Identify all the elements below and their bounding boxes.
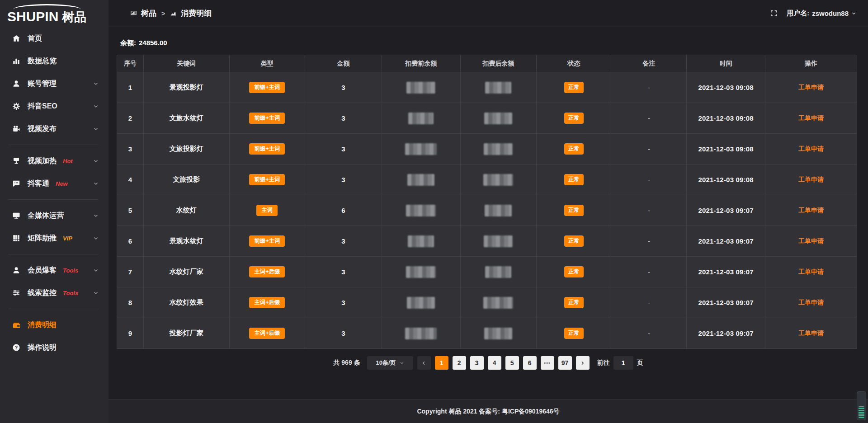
- status-badge: 正常: [564, 82, 584, 93]
- fullscreen-icon[interactable]: [770, 9, 778, 17]
- ticket-request-link[interactable]: 工单申请: [798, 268, 824, 275]
- cell-index: 7: [117, 257, 144, 287]
- cell-action: 工单申请: [765, 134, 857, 164]
- sidebar-item-user[interactable]: 账号管理: [0, 72, 108, 95]
- cell-amount: 3: [305, 164, 382, 195]
- breadcrumb-current: 消费明细: [181, 8, 212, 19]
- sidebar-item-grid[interactable]: 矩阵助推VIP: [0, 227, 108, 249]
- sidebar-item-label: 数据总览: [28, 56, 57, 66]
- sidebar-item-help[interactable]: ?操作说明: [0, 336, 108, 359]
- scroll-widget[interactable]: [857, 391, 866, 420]
- column-header: 序号: [117, 55, 144, 72]
- page-ellipsis-button[interactable]: •••: [541, 356, 554, 370]
- sidebar-item-home[interactable]: 首页: [0, 27, 108, 50]
- cell-status: 正常: [537, 226, 611, 257]
- sidebar-badge: New: [56, 180, 68, 187]
- cell-remark: -: [611, 318, 687, 349]
- home-icon: [12, 34, 21, 43]
- chat-icon: [12, 179, 21, 188]
- sidebar-item-sliders[interactable]: 线索监控Tools: [0, 282, 108, 304]
- cell-index: 5: [117, 195, 144, 226]
- cell-amount: 3: [305, 287, 382, 318]
- type-badge: 前缀+主词: [249, 235, 285, 247]
- ticket-request-link[interactable]: 工单申请: [798, 237, 824, 244]
- cell-type: 前缀+主词: [229, 134, 305, 164]
- page-button[interactable]: 97: [558, 356, 572, 370]
- sidebar-item-member[interactable]: 会员爆客Tools: [0, 259, 108, 282]
- page-button[interactable]: 5: [505, 356, 519, 370]
- sidebar-item-chart[interactable]: 数据总览: [0, 50, 108, 72]
- table-row: 4文旅投影前缀+主词3正常-2021-12-03 09:08工单申请: [117, 164, 857, 195]
- cell-action: 工单申请: [765, 195, 857, 226]
- sidebar-item-monitor[interactable]: 全媒体运营: [0, 204, 108, 227]
- sidebar-item-video[interactable]: 视频发布: [0, 118, 108, 140]
- table-row: 1景观投影灯前缀+主词3正常-2021-12-03 09:08工单申请: [117, 72, 857, 103]
- cell-type: 前缀+主词: [229, 103, 305, 134]
- ticket-request-link[interactable]: 工单申请: [798, 299, 824, 306]
- cell-remark: -: [611, 103, 687, 134]
- sidebar-item-chat[interactable]: 抖客通New: [0, 172, 108, 195]
- ticket-request-link[interactable]: 工单申请: [798, 84, 824, 91]
- page-button[interactable]: 2: [453, 356, 466, 370]
- page-button[interactable]: 4: [488, 356, 501, 370]
- cell-action: 工单申请: [765, 257, 857, 287]
- main-area: 树品 > 消费明细 用户名: zswodun88: [108, 0, 868, 423]
- logo-text-cn: 树品: [62, 11, 86, 24]
- column-header: 时间: [687, 55, 765, 72]
- cell-balance-before: [382, 287, 461, 318]
- page-button[interactable]: 1: [435, 356, 448, 370]
- goto-page-input[interactable]: [613, 356, 633, 370]
- goto-unit-label: 页: [637, 359, 643, 367]
- cell-time: 2021-12-03 09:08: [687, 134, 765, 164]
- wallet-icon: [12, 320, 21, 329]
- page-buttons: 123456•••97: [435, 356, 572, 370]
- status-badge: 正常: [564, 328, 584, 339]
- page-size-select[interactable]: 10条/页: [367, 356, 413, 370]
- censored-value: [406, 82, 435, 94]
- cell-type: 主词: [229, 195, 305, 226]
- cell-balance-before: [382, 318, 461, 349]
- ticket-request-link[interactable]: 工单申请: [798, 176, 824, 183]
- user-menu[interactable]: 用户名: zswodun88: [787, 9, 856, 18]
- ticket-request-link[interactable]: 工单申请: [798, 145, 824, 152]
- breadcrumb-separator: >: [161, 10, 165, 17]
- sidebar-item-label: 消费明细: [28, 320, 57, 330]
- next-page-button[interactable]: [576, 356, 590, 370]
- cell-amount: 3: [305, 318, 382, 349]
- grid-icon: [12, 234, 21, 243]
- cell-time: 2021-12-03 09:08: [687, 72, 765, 103]
- board-icon: [130, 10, 137, 17]
- sidebar-item-heat[interactable]: 视频加热Hot: [0, 150, 108, 172]
- ticket-request-link[interactable]: 工单申请: [798, 207, 824, 214]
- table-header-row: 序号关键词类型金额扣费前余额扣费后余额状态备注时间操作: [117, 55, 857, 72]
- sidebar-item-label: 操作说明: [28, 343, 57, 352]
- total-count: 共 969 条: [333, 359, 360, 367]
- ticket-request-link[interactable]: 工单申请: [798, 114, 824, 122]
- page-button[interactable]: 3: [470, 356, 484, 370]
- column-header: 类型: [229, 55, 305, 72]
- ticket-request-link[interactable]: 工单申请: [798, 329, 824, 337]
- cell-balance-before: [382, 164, 461, 195]
- sidebar-item-gear[interactable]: 抖音SEO: [0, 95, 108, 118]
- cell-index: 2: [117, 103, 144, 134]
- chevron-down-icon: [93, 235, 99, 241]
- status-badge: 正常: [564, 266, 584, 277]
- sidebar-divider: [8, 254, 98, 254]
- censored-value: [407, 174, 434, 186]
- cell-amount: 3: [305, 134, 382, 164]
- consumption-icon: [170, 10, 177, 17]
- prev-page-button[interactable]: [417, 356, 431, 370]
- table-row: 3文旅投影灯前缀+主词3正常-2021-12-03 09:08工单申请: [117, 134, 857, 164]
- copyright-text: Copyright 树品 2021 备案号: 粤ICP备09019646号: [417, 408, 559, 416]
- status-badge: 正常: [564, 113, 584, 124]
- cell-amount: 3: [305, 257, 382, 287]
- censored-value: [405, 328, 437, 339]
- page-button[interactable]: 6: [523, 356, 537, 370]
- cell-time: 2021-12-03 09:07: [687, 287, 765, 318]
- table-row: 9投影灯厂家主词+后缀3正常-2021-12-03 09:07工单申请: [117, 318, 857, 349]
- cell-keyword: 文旅水纹灯: [143, 103, 229, 134]
- video-icon: [12, 124, 21, 133]
- sidebar-item-wallet[interactable]: 消费明细: [0, 314, 108, 336]
- breadcrumb-root[interactable]: 树品: [141, 8, 156, 19]
- cell-index: 3: [117, 134, 144, 164]
